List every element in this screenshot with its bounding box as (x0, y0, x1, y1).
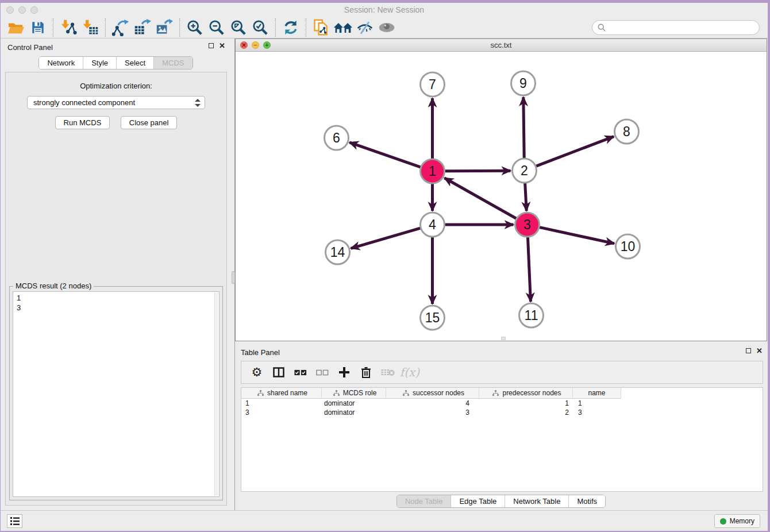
delete-table-button[interactable] (378, 363, 398, 381)
unchecked-boxes-icon (316, 369, 329, 376)
column-header-mcds-role[interactable]: MCDS role (322, 388, 386, 399)
export-table-icon (134, 19, 151, 36)
graph-node-label-3: 3 (523, 217, 531, 232)
hide-selected-button[interactable] (354, 18, 376, 37)
select-all-rows-button[interactable] (291, 363, 310, 381)
trash-icon (361, 367, 371, 379)
task-history-button[interactable] (7, 514, 22, 528)
graph-edge-1-6[interactable] (349, 142, 421, 167)
cell-predecessor-nodes: 2 (479, 408, 573, 417)
delete-column-button[interactable] (356, 363, 376, 381)
toolbar-separator (105, 18, 106, 37)
table-row[interactable]: 3 dominator 3 2 3 (241, 408, 763, 417)
mcds-result-groupbox: MCDS result (2 nodes) 1 3 (9, 286, 223, 500)
graph-node-label-1: 1 (429, 164, 436, 179)
graph-edge-4-14[interactable] (351, 228, 421, 248)
graph-node-label-8: 8 (623, 124, 630, 139)
refresh-button[interactable] (280, 18, 302, 37)
graph-edge-2-9[interactable] (523, 97, 524, 158)
memory-button[interactable]: Memory (714, 514, 760, 528)
eye-slash-icon (356, 20, 374, 35)
search-input[interactable] (609, 23, 754, 32)
network-view-window: ✕ − + scc.txt 1234678910111415 (235, 38, 767, 341)
network-canvas[interactable]: 1234678910111415 (236, 52, 767, 341)
zoom-in-icon (187, 20, 203, 36)
tab-select[interactable]: Select (116, 57, 153, 69)
tab-node-table[interactable]: Node Table (397, 495, 451, 507)
column-header-successor-nodes[interactable]: successor nodes (386, 388, 479, 399)
tab-network-table[interactable]: Network Table (505, 495, 568, 507)
export-network-icon (112, 19, 129, 36)
export-image-button[interactable] (153, 18, 175, 37)
graph-edge-3-1[interactable] (444, 178, 516, 218)
table-row[interactable]: 1 dominator 4 1 1 (241, 399, 763, 408)
cell-mcds-role: dominator (322, 408, 386, 417)
import-table-button[interactable] (79, 18, 101, 37)
mcds-result-line: 3 (17, 303, 215, 313)
run-mcds-button[interactable]: Run MCDS (55, 116, 110, 129)
add-column-button[interactable] (334, 363, 354, 381)
export-table-button[interactable] (132, 18, 153, 37)
zoom-fit-icon (230, 20, 247, 36)
tab-style[interactable]: Style (83, 57, 116, 69)
table-settings-button[interactable]: ⚙ (247, 363, 267, 381)
mcds-result-textarea[interactable]: 1 3 (13, 291, 220, 497)
first-neighbors-button[interactable] (332, 18, 354, 37)
toolbar-separator (53, 18, 53, 37)
graph-edge-1-2[interactable] (445, 171, 510, 171)
graph-edge-3-10[interactable] (540, 228, 614, 244)
graph-node-label-14: 14 (330, 245, 345, 260)
graph-edge-2-3[interactable] (525, 183, 527, 211)
network-view-titlebar[interactable]: ✕ − + scc.txt (236, 39, 767, 52)
control-panel: Control Panel ✕ Network Style Select MCD… (1, 38, 231, 510)
graph-edge-3-11[interactable] (528, 237, 530, 302)
criterion-dropdown[interactable]: strongly connected component (27, 96, 205, 109)
tab-mcds[interactable]: MCDS (153, 57, 192, 69)
network-graph: 1234678910111415 (236, 52, 767, 341)
float-table-panel-icon[interactable] (746, 348, 751, 353)
close-panel-button[interactable]: Close panel (121, 116, 178, 129)
tab-network[interactable]: Network (39, 57, 83, 69)
column-header-name[interactable]: name (573, 388, 621, 399)
result-scrollbar[interactable] (214, 292, 218, 496)
search-icon (598, 24, 606, 32)
toolbar-separator (275, 18, 276, 37)
open-folder-icon (7, 20, 25, 35)
import-network-button[interactable] (57, 18, 79, 37)
canvas-scroll-grip[interactable] (501, 337, 506, 340)
mcds-result-title: MCDS result (2 nodes) (13, 282, 94, 290)
function-builder-button[interactable]: f(x) (400, 363, 419, 381)
graph-edge-2-8[interactable] (536, 137, 614, 167)
save-session-button[interactable] (27, 18, 49, 37)
column-header-shared-name[interactable]: shared name (241, 388, 322, 399)
new-network-from-selection-button[interactable] (310, 18, 332, 37)
close-panel-icon[interactable]: ✕ (219, 43, 225, 49)
criterion-dropdown-value: strongly connected component (33, 98, 135, 107)
zoom-fit-button[interactable] (228, 18, 249, 37)
column-header-predecessor-nodes[interactable]: predecessor nodes (479, 388, 573, 399)
table-panel-tabbar: Node Table Edge Table Network Table Moti… (396, 495, 606, 508)
export-network-button[interactable] (110, 18, 132, 37)
checked-boxes-icon (294, 369, 307, 376)
search-field[interactable] (592, 20, 760, 35)
zoom-selected-button[interactable] (249, 18, 271, 37)
deselect-all-rows-button[interactable] (313, 363, 332, 381)
window-title: Session: New Session (1, 5, 768, 14)
float-panel-icon[interactable] (209, 43, 214, 48)
app-window: Session: New Session (1, 3, 768, 531)
eye-icon (378, 22, 395, 33)
table-header-row: shared name MCDS role successor nodes pr… (241, 388, 763, 399)
zoom-out-button[interactable] (206, 18, 228, 37)
zoom-in-button[interactable] (184, 18, 206, 37)
close-table-panel-icon[interactable]: ✕ (756, 348, 763, 354)
show-all-button[interactable] (376, 18, 398, 37)
app-titlebar: Session: New Session (1, 3, 768, 17)
tab-motifs[interactable]: Motifs (568, 495, 605, 507)
panel-divider[interactable] (231, 38, 235, 510)
show-columns-button[interactable] (269, 363, 288, 381)
open-session-button[interactable] (5, 18, 27, 37)
cell-successor-nodes: 3 (386, 408, 479, 417)
memory-label: Memory (730, 517, 754, 525)
tab-edge-table[interactable]: Edge Table (451, 495, 505, 507)
dropdown-stepper-icon (195, 98, 201, 107)
